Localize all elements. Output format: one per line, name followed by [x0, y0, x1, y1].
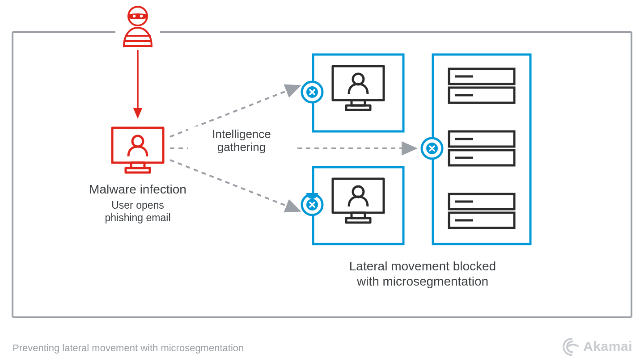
svg-point-13 [132, 136, 143, 147]
svg-line-18 [170, 160, 300, 211]
intel-label-1: Intelligence [188, 126, 295, 142]
segment-box-bottom [311, 165, 405, 246]
figure-caption: Preventing lateral movement with microse… [13, 342, 244, 354]
segment-box-top [311, 53, 405, 133]
brand-name: Akamai [583, 339, 632, 354]
brand-logo: Akamai [562, 337, 632, 356]
svg-point-21 [353, 74, 364, 84]
server-segment-box [431, 53, 532, 246]
attacker-icon [118, 4, 158, 49]
svg-point-6 [133, 15, 136, 17]
svg-rect-15 [126, 168, 150, 173]
lateral-blocked-2: with microsegmentation [309, 274, 537, 289]
block-x-icon [420, 137, 444, 160]
block-x-icon [301, 193, 324, 216]
lateral-blocked-1: Lateral movement blocked [309, 259, 537, 274]
akamai-wave-icon [562, 337, 580, 356]
block-x-icon [301, 80, 324, 104]
intel-label-2: gathering [188, 140, 295, 155]
svg-point-7 [140, 15, 143, 17]
workstation-icon-red [109, 124, 167, 178]
attack-arrow [129, 50, 147, 126]
diagram-canvas: Malware infection User opens phishing em… [0, 0, 644, 362]
svg-rect-12 [112, 128, 163, 163]
svg-rect-32 [346, 218, 370, 223]
svg-point-30 [353, 186, 364, 197]
svg-rect-23 [346, 105, 370, 110]
